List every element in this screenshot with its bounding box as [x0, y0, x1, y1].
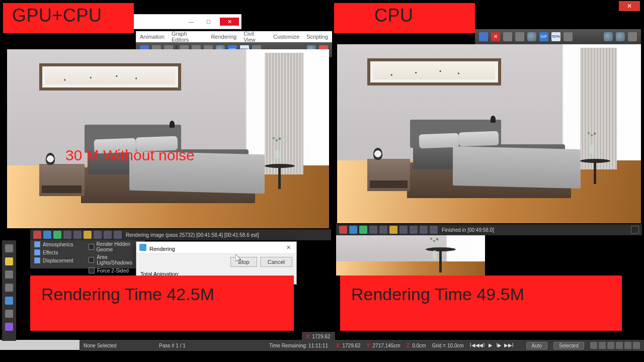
time-controls[interactable]: I◀◀ ◀I ▶ I▶ ▶▶I: [470, 342, 511, 349]
render-viewport-right: [337, 44, 641, 223]
goto-end-icon: ▶▶I: [504, 342, 511, 349]
compare-icon[interactable]: [389, 226, 397, 234]
mini-preview-2: [486, 235, 642, 276]
menu-item[interactable]: Graph Editors: [172, 31, 204, 43]
coord-x-fragment: X:1729.62: [302, 332, 335, 341]
tool-select-icon[interactable]: [5, 244, 13, 252]
window-minimize-icon[interactable]: [186, 18, 197, 26]
tool-light-icon[interactable]: [5, 257, 13, 265]
tool-move-icon[interactable]: [5, 270, 13, 279]
material-icon[interactable]: [564, 32, 573, 41]
render-viewport-left: [7, 49, 329, 228]
channel-rgb-icon[interactable]: [339, 226, 347, 234]
channel-alpha-icon[interactable]: [349, 226, 357, 234]
mouse-cursor-icon: [235, 254, 242, 263]
teapot-icon[interactable]: [616, 32, 625, 41]
save-image-icon[interactable]: [63, 231, 71, 239]
os-close-button[interactable]: ✕: [619, 1, 640, 11]
zoom-icon: [607, 342, 614, 349]
wall-art: [39, 63, 181, 90]
region-icon[interactable]: [399, 226, 408, 234]
lock-icon[interactable]: [114, 231, 122, 239]
compare-icon[interactable]: [84, 231, 92, 239]
cancel-button[interactable]: Cancel: [260, 257, 292, 267]
link-icon[interactable]: [503, 32, 512, 41]
history-icon[interactable]: [104, 231, 112, 239]
nightstand: [367, 159, 410, 191]
snap-icon[interactable]: [515, 32, 524, 41]
channel-mono-icon[interactable]: [359, 226, 367, 234]
none-selected-label: None Selected: [79, 340, 155, 351]
prev-frame-icon: ◀I: [478, 342, 486, 349]
region-icon[interactable]: [94, 231, 102, 239]
play-icon: ▶: [487, 342, 494, 349]
zoom-50-icon[interactable]: 50%: [551, 32, 560, 41]
field-of-view-icon: [624, 342, 631, 349]
dialog-close-icon[interactable]: ✕: [283, 243, 293, 252]
channel-rgb-icon[interactable]: [33, 231, 41, 239]
pan-icon: [590, 342, 597, 349]
pillow: [136, 136, 178, 152]
side-table: [265, 164, 295, 189]
dialog-titlebar[interactable]: Rendering ✕: [136, 242, 296, 254]
render-status-text: Rendering image (pass 25732) [00:41:58.4…: [126, 232, 259, 238]
grid-readout: Grid = 10.0cm: [432, 343, 464, 348]
teapot-render-icon[interactable]: [527, 32, 536, 41]
history-icon[interactable]: [628, 32, 637, 41]
blanket: [129, 151, 265, 194]
selection-mode[interactable]: Selected: [553, 342, 584, 349]
alarm-clock: [46, 153, 55, 165]
tool-grid-icon[interactable]: [5, 310, 13, 318]
gif-icon[interactable]: GIF: [539, 32, 548, 41]
left-tool-column: [2, 240, 16, 341]
wall-lamp: [489, 116, 497, 129]
dialog-title: Rendering: [149, 246, 175, 252]
menu-item[interactable]: Animation: [140, 34, 165, 40]
comparison-canvas: ✕ GPU+CPU Animation Graph Editors Render…: [0, 0, 644, 362]
tool-rotate-icon[interactable]: [5, 284, 13, 292]
maximize-frame-icon[interactable]: [631, 226, 639, 234]
clone-icon[interactable]: [379, 226, 387, 234]
history-icon[interactable]: [410, 226, 418, 234]
vase: [586, 134, 597, 154]
goto-start-icon: I◀◀: [470, 342, 477, 349]
maximize-viewport-icon: [633, 342, 640, 349]
window-maximize-icon[interactable]: [203, 18, 214, 26]
nav-icons[interactable]: [590, 342, 640, 349]
curtain: [580, 48, 616, 169]
side-table: [580, 159, 610, 184]
channel-mono-icon[interactable]: [53, 231, 61, 239]
menu-item[interactable]: Customize: [273, 34, 299, 40]
bucket-icon[interactable]: [430, 226, 438, 234]
banner-gpu-cpu: GPU+CPU: [3, 3, 134, 33]
render-status-text: Finished in [00:49:58.0]: [442, 227, 494, 233]
app-icon: [139, 244, 146, 251]
autokey-button[interactable]: Auto: [526, 342, 548, 349]
render-time-right: Rendering Time 49.5M: [340, 276, 622, 331]
coord-z: Z:0.0cm: [407, 343, 426, 348]
render-time-left: Rendering Time 42.5M: [30, 276, 294, 331]
clone-icon[interactable]: [73, 231, 82, 239]
orbit-icon: [599, 342, 606, 349]
wall-lamp: [168, 121, 176, 134]
mini-preview-1: [336, 235, 485, 276]
channel-alpha-icon[interactable]: [43, 231, 51, 239]
menu-item[interactable]: Civil View: [244, 31, 266, 43]
save-image-icon[interactable]: [369, 226, 377, 234]
window-close-icon[interactable]: [220, 18, 239, 26]
tool-scale-icon[interactable]: [5, 297, 13, 305]
teapot-icon[interactable]: [604, 32, 613, 41]
tool-shape-icon[interactable]: [5, 323, 13, 331]
stop-button[interactable]: Stop: [230, 257, 257, 267]
vase: [271, 139, 282, 159]
render-status-toolbar-right: Finished in [00:49:58.0]: [336, 224, 642, 235]
delete-icon[interactable]: ✕: [491, 32, 500, 41]
menu-item[interactable]: Scripting: [306, 34, 328, 40]
pillow: [458, 131, 498, 147]
next-frame-icon: I▶: [496, 342, 503, 349]
lock-icon[interactable]: [420, 226, 428, 234]
save-icon[interactable]: [479, 32, 488, 41]
app-menubar: Animation Graph Editors Rendering Civil …: [136, 31, 332, 42]
banner-cpu: CPU: [334, 3, 475, 33]
menu-item[interactable]: Rendering: [211, 34, 236, 40]
